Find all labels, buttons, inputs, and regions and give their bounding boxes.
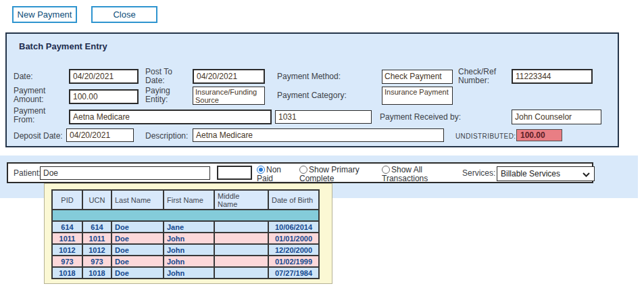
cell-dob[interactable]: 12/20/2000 xyxy=(268,244,319,256)
check-ref-label: Check/Ref Number: xyxy=(458,68,501,85)
undistributed-label: UNDISTRIBUTED: xyxy=(455,133,516,140)
radio-show-primary-label: Show Primary Complete xyxy=(299,165,360,183)
cell-ucn[interactable]: 1011 xyxy=(82,233,112,244)
patient-results-table: PID UCN Last Name First Name Middle Name… xyxy=(51,189,320,279)
patient-search-input[interactable] xyxy=(40,166,210,180)
radio-unselected-icon[interactable] xyxy=(382,166,390,174)
patient-aux-input[interactable] xyxy=(217,166,252,180)
radio-non-paid[interactable]: Non Paid xyxy=(257,166,295,183)
radio-show-all-transactions[interactable]: Show All Transactions xyxy=(382,166,444,183)
table-row[interactable]: 1011 1011 Doe John 01/01/2000 xyxy=(52,233,319,244)
chevron-down-icon xyxy=(583,172,590,177)
cell-dob[interactable]: 01/02/1999 xyxy=(268,256,319,267)
paying-entity-label: Paying Entity: xyxy=(145,87,175,104)
close-button[interactable]: Close xyxy=(91,6,157,23)
payment-received-by-field[interactable] xyxy=(512,110,601,124)
cell-dob[interactable]: 10/06/2014 xyxy=(268,221,319,233)
cell-last-name[interactable]: Doe xyxy=(112,256,164,267)
cell-pid[interactable]: 614 xyxy=(52,221,82,233)
col-last-name: Last Name xyxy=(112,190,164,210)
batch-payment-entry-panel: Batch Payment Entry Date: Post To Date: … xyxy=(5,32,619,147)
date-label: Date: xyxy=(14,72,33,81)
table-row[interactable]: 1018 1018 Doe John 07/27/1984 xyxy=(52,267,319,279)
cell-first-name[interactable]: John xyxy=(164,256,214,267)
radio-show-primary-complete[interactable]: Show Primary Complete xyxy=(299,166,374,183)
cell-middle-name[interactable] xyxy=(214,267,268,279)
paying-entity-field[interactable]: Insurance/Funding Source xyxy=(193,87,265,105)
col-pid: PID xyxy=(52,190,82,210)
payment-amount-field[interactable] xyxy=(69,89,139,104)
payment-amount-label: Payment Amount: xyxy=(14,87,51,104)
col-ucn: UCN xyxy=(82,190,112,210)
payment-method-field[interactable]: Check Payment xyxy=(382,70,453,84)
cell-first-name[interactable]: John xyxy=(164,244,214,256)
cell-pid[interactable]: 973 xyxy=(52,256,82,267)
table-row[interactable]: 973 973 Doe John 01/02/1999 xyxy=(52,256,319,267)
patient-search-bar: Patient: Non Paid Show Primary Complete … xyxy=(7,162,593,183)
payer-code-field[interactable] xyxy=(275,110,372,124)
cell-ucn[interactable]: 614 xyxy=(82,221,112,233)
payment-method-label: Payment Method: xyxy=(277,72,341,81)
panel-title: Batch Payment Entry xyxy=(19,41,107,51)
payment-from-field[interactable] xyxy=(69,110,272,124)
cell-ucn[interactable]: 973 xyxy=(82,256,112,267)
cell-pid[interactable]: 1011 xyxy=(52,233,82,244)
deposit-date-label: Deposit Date: xyxy=(14,132,63,141)
col-date-of-birth: Date of Birth xyxy=(268,190,319,210)
description-field[interactable] xyxy=(193,128,444,142)
cell-last-name[interactable]: Doe xyxy=(112,244,164,256)
cell-middle-name[interactable] xyxy=(214,233,268,244)
col-first-name: First Name xyxy=(164,190,214,210)
patient-results-panel: PID UCN Last Name First Name Middle Name… xyxy=(44,183,332,284)
cell-last-name[interactable]: Doe xyxy=(112,233,164,244)
cell-last-name[interactable]: Doe xyxy=(112,267,164,279)
cell-pid[interactable]: 1012 xyxy=(52,244,82,256)
check-ref-field[interactable] xyxy=(512,69,593,84)
undistributed-amount: 100.00 xyxy=(516,129,562,141)
patient-label: Patient: xyxy=(14,169,41,178)
cell-pid[interactable]: 1018 xyxy=(52,267,82,279)
table-row[interactable]: 614 614 Doe Jane 10/06/2014 xyxy=(52,221,319,233)
payment-received-by-label: Payment Received by: xyxy=(380,113,461,122)
services-select[interactable]: Billable Services xyxy=(497,166,595,181)
payment-from-label: Payment From: xyxy=(14,107,51,124)
post-to-date-label: Post To Date: xyxy=(145,68,178,85)
cell-dob[interactable]: 07/27/1984 xyxy=(268,267,319,279)
cell-ucn[interactable]: 1012 xyxy=(82,244,112,256)
cell-last-name[interactable]: Doe xyxy=(112,221,164,233)
cell-middle-name[interactable] xyxy=(214,221,268,233)
cell-first-name[interactable]: Jane xyxy=(164,221,214,233)
cell-first-name[interactable]: John xyxy=(164,267,214,279)
cell-ucn[interactable]: 1018 xyxy=(82,267,112,279)
description-label: Description: xyxy=(145,132,188,141)
page: New Payment Close Batch Payment Entry Da… xyxy=(0,0,644,288)
col-middle-name: Middle Name xyxy=(214,190,268,210)
cell-first-name[interactable]: John xyxy=(164,233,214,244)
radio-unselected-icon[interactable] xyxy=(299,166,307,174)
deposit-date-field[interactable] xyxy=(66,128,134,142)
services-selected-value: Billable Services xyxy=(501,169,560,178)
radio-selected-icon[interactable] xyxy=(257,166,265,174)
new-payment-button[interactable]: New Payment xyxy=(12,6,77,23)
post-to-date-field[interactable] xyxy=(193,69,265,84)
payment-category-label: Payment Category: xyxy=(277,91,347,100)
cell-dob[interactable]: 01/01/2000 xyxy=(268,233,319,244)
cell-middle-name[interactable] xyxy=(214,244,268,256)
services-label: Services: xyxy=(462,169,495,178)
table-header-row: PID UCN Last Name First Name Middle Name… xyxy=(52,190,319,210)
table-row[interactable]: 1012 1012 Doe John 12/20/2000 xyxy=(52,244,319,256)
date-field[interactable] xyxy=(69,69,139,84)
table-spacer-row xyxy=(52,210,319,221)
payment-category-field[interactable]: Insurance Payment xyxy=(382,87,453,105)
cell-middle-name[interactable] xyxy=(214,256,268,267)
